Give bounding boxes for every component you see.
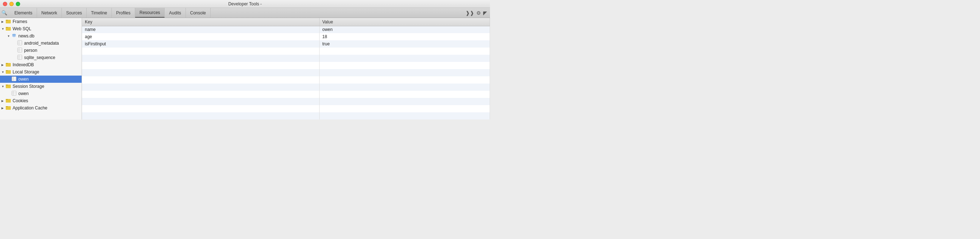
toolbar: 🔍 ElementsNetworkSourcesTimelineProfiles… — [0, 8, 490, 18]
tab-audits[interactable]: Audits — [165, 8, 186, 18]
sidebar-item-label: Web SQL — [13, 26, 31, 31]
tab-console[interactable]: Console — [186, 8, 211, 18]
table-row-empty — [82, 76, 490, 83]
maximize-button[interactable] — [16, 2, 20, 6]
tab-timeline[interactable]: Timeline — [87, 8, 112, 18]
sidebar-item-sessionstorage_owen[interactable]: owen — [0, 90, 82, 97]
cell-key: age — [82, 33, 319, 40]
sidebar-item-frames[interactable]: ▶ Frames — [0, 18, 82, 25]
sidebar-item-label: owen — [18, 91, 29, 96]
cell-value: owen — [319, 26, 490, 33]
minimize-button[interactable] — [10, 2, 14, 6]
tab-sources[interactable]: Sources — [62, 8, 87, 18]
sidebar-item-label: IndexedDB — [13, 62, 34, 67]
sidebar-item-label: Application Cache — [13, 106, 48, 111]
table-icon — [17, 55, 22, 61]
sidebar-item-newsdb[interactable]: ▼ news.db — [0, 32, 82, 40]
sidebar-item-appcache[interactable]: ▶ Application Cache — [0, 104, 82, 112]
close-button[interactable] — [3, 2, 7, 6]
folder-icon — [6, 62, 11, 68]
sidebar-item-label: Local Storage — [13, 69, 39, 74]
cell-value: 18 — [319, 33, 490, 40]
table-row[interactable]: age18 — [82, 33, 490, 40]
sidebar-item-localstorage_owen[interactable]: owen — [0, 75, 82, 83]
column-header-value: Value — [319, 18, 490, 26]
table-row-empty — [82, 69, 490, 76]
sidebar-item-label: news.db — [18, 34, 35, 38]
folder-icon — [6, 26, 11, 32]
folder-icon — [6, 69, 11, 75]
dock-icon[interactable]: ◤ — [483, 10, 487, 16]
table-row-empty — [82, 98, 490, 105]
cell-key: name — [82, 26, 319, 33]
table-icon — [17, 40, 22, 47]
sidebar-item-websql[interactable]: ▼ Web SQL — [0, 25, 82, 32]
search-icon: 🔍 — [2, 10, 7, 16]
sidebar-item-label: person — [24, 48, 37, 53]
sidebar-item-label: sqlite_sequence — [24, 55, 56, 60]
sidebar-item-label: owen — [18, 77, 29, 82]
svg-rect-9 — [18, 48, 22, 52]
table-header-row: Key Value — [82, 18, 490, 26]
sidebar-item-person[interactable]: person — [0, 47, 82, 54]
db-icon — [11, 33, 16, 39]
table-icon — [17, 48, 22, 54]
table-row-empty — [82, 91, 490, 98]
svg-rect-34 — [6, 106, 8, 107]
arrow-icon: ▼ — [2, 27, 5, 30]
folder-icon — [6, 19, 11, 25]
tab-resources[interactable]: Resources — [135, 8, 165, 18]
table-row[interactable]: isFirstInputtrue — [82, 40, 490, 48]
arrow-icon: ▶ — [2, 63, 5, 67]
search-area[interactable]: 🔍 — [2, 10, 7, 16]
arrow-icon: ▶ — [2, 107, 5, 110]
table-row-empty — [82, 62, 490, 69]
svg-rect-32 — [6, 99, 8, 100]
sidebar-item-cookies[interactable]: ▶ Cookies — [0, 97, 82, 104]
cell-value: true — [319, 40, 490, 48]
sidebar-item-label: Session Storage — [13, 84, 44, 89]
svg-rect-27 — [12, 91, 16, 95]
sidebar-item-label: android_metadata — [24, 41, 59, 46]
toolbar-icons: ❱❱ ⚙ ◤ — [466, 10, 488, 16]
svg-rect-1 — [6, 20, 8, 21]
sidebar-item-localstorage[interactable]: ▼ Local Storage — [0, 68, 82, 75]
title-bar: Developer Tools - — [0, 0, 490, 8]
sidebar-item-sessionstorage[interactable]: ▼ Session Storage — [0, 83, 82, 90]
table-row-empty — [82, 83, 490, 91]
sidebar-item-indexeddb[interactable]: ▶ IndexedDB — [0, 61, 82, 68]
window-controls[interactable] — [3, 2, 20, 6]
arrow-icon: ▼ — [2, 85, 5, 88]
content-area: Key Value nameowenage18isFirstInputtrue … — [82, 18, 490, 120]
tab-elements[interactable]: Elements — [10, 8, 37, 18]
data-table: Key Value nameowenage18isFirstInputtrue — [82, 18, 490, 120]
arrow-icon: ▶ — [2, 99, 5, 103]
table-row-empty — [82, 105, 490, 112]
table-row-empty — [82, 48, 490, 55]
table-row[interactable]: nameowen — [82, 26, 490, 33]
window-title: Developer Tools - — [228, 2, 262, 6]
sidebar-item-label: Cookies — [13, 98, 28, 103]
folder-icon — [6, 105, 11, 111]
table-row-empty — [82, 55, 490, 62]
svg-rect-3 — [6, 27, 8, 28]
sidebar-item-android_metadata[interactable]: android_metadata — [0, 40, 82, 47]
svg-rect-26 — [6, 85, 8, 85]
tab-network[interactable]: Network — [37, 8, 62, 18]
column-header-key: Key — [82, 18, 319, 26]
folder-icon — [6, 98, 11, 104]
settings-icon[interactable]: ⚙ — [476, 10, 481, 16]
more-options-icon[interactable]: ❱❱ — [466, 10, 474, 16]
folder-icon — [6, 83, 11, 90]
main-layout: ▶ Frames▼ Web SQL▼ news.db android_metad… — [0, 18, 490, 120]
sidebar-item-label: Frames — [13, 19, 27, 24]
tab-bar: ElementsNetworkSourcesTimelineProfilesRe… — [10, 8, 466, 18]
arrow-icon: ▶ — [2, 20, 5, 23]
svg-rect-5 — [18, 41, 22, 45]
cell-key: isFirstInput — [82, 40, 319, 48]
svg-rect-13 — [18, 55, 22, 59]
tab-profiles[interactable]: Profiles — [112, 8, 135, 18]
table-icon — [11, 76, 16, 82]
sidebar-item-sqlite_sequence[interactable]: sqlite_sequence — [0, 54, 82, 61]
svg-rect-21 — [12, 77, 16, 81]
